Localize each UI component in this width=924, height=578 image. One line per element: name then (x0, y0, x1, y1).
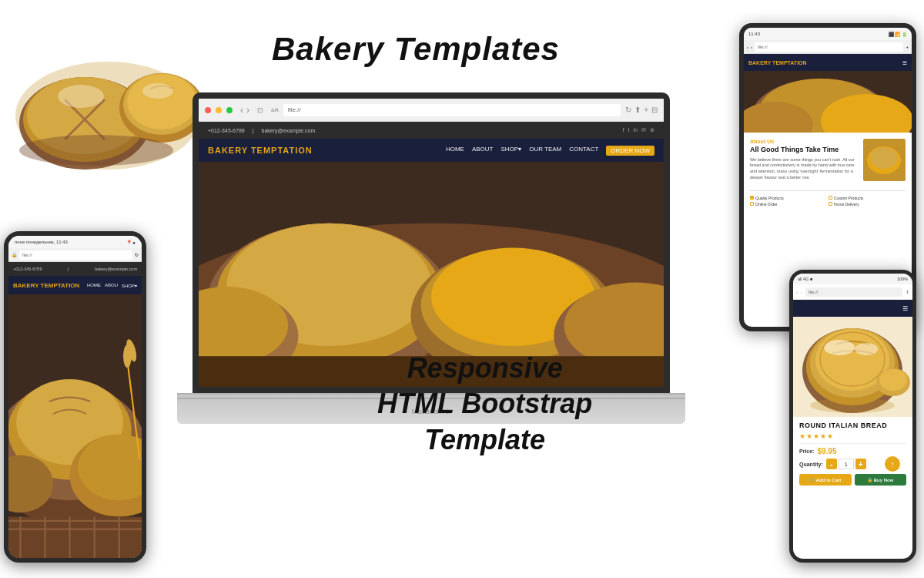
phone-left-phone: +012-345-6789 (13, 267, 42, 271)
social-ig[interactable]: ✉ (641, 127, 646, 133)
phone-left-url[interactable]: file:// (19, 250, 132, 260)
svg-point-10 (142, 83, 173, 99)
pr-product-name: ROUND ITALIAN BREAD (799, 422, 906, 429)
pr-top-nav: ≡ (793, 300, 912, 317)
phone-left-email: bakery@example.com (95, 267, 137, 271)
tablet-back[interactable]: ‹ (747, 45, 748, 49)
phone-left-navbar: BAKERY TEMPTATION HOME ABOU SHOP▾ (8, 276, 142, 294)
social-fb[interactable]: f (623, 127, 624, 133)
reload-icon[interactable]: ↻ (625, 106, 631, 114)
mac-forward[interactable]: › (246, 105, 249, 116)
buy-now-button[interactable]: 🔒 Buy Now (855, 474, 907, 486)
social-tw[interactable]: t (628, 127, 630, 133)
mac-toolbar-icons: ↻ ⬆ + ⊟ (625, 106, 658, 114)
bakery-brand[interactable]: BAKERY TEMPTATION (208, 146, 313, 155)
mac-url-bar[interactable]: file:// (283, 104, 621, 116)
nav-contact[interactable]: CONTACT (569, 146, 598, 156)
pr-url-text: file:// (808, 290, 819, 294)
phone-left-time: поне понедельник, 11:43 (15, 240, 68, 244)
pr-nav-share[interactable]: ⬆ (906, 289, 909, 294)
tablet-url-text: file:// (758, 45, 768, 49)
svg-rect-48 (8, 517, 142, 558)
phone-nav-about[interactable]: ABOU (105, 283, 118, 288)
check-icon-2 (829, 196, 832, 200)
tablet-status-bar: 11:43 ⬛ 📶 🔋 (744, 28, 912, 40)
scroll-up-button[interactable]: ↑ (885, 456, 900, 472)
sub-title-line1: Responsive (377, 351, 592, 387)
pr-price-value: $9.95 (817, 447, 836, 455)
sub-title: Responsive HTML Bootstrap Template (377, 351, 592, 459)
bakery-navbar: BAKERY TEMPTATION HOME ABOUT SHOP▾ OUR T… (199, 139, 664, 162)
mac-back[interactable]: ‹ (240, 105, 243, 116)
mac-close-btn[interactable] (205, 107, 211, 113)
share-icon[interactable]: ⬆ (634, 106, 641, 114)
tablet-hamburger-icon[interactable]: ≡ (902, 59, 907, 67)
nav-home[interactable]: HOME (446, 146, 464, 156)
quantity-increase-button[interactable]: + (855, 459, 866, 469)
svg-point-9 (58, 85, 104, 108)
mac-nav: ‹ › (240, 105, 249, 116)
phone-left-brand[interactable]: BAKERY TEMPTATION (13, 282, 79, 289)
tablet-hero (744, 71, 912, 133)
topbar-contact: +012-345-6789 | bakery@example.com (208, 128, 315, 133)
svg-point-36 (870, 147, 898, 169)
pr-product-content: ROUND ITALIAN BREAD ★★★★★ Price: $9.95 Q… (793, 417, 912, 559)
svg-point-11 (19, 135, 173, 166)
quantity-decrease-button[interactable]: - (826, 459, 837, 469)
tablet-forward[interactable]: › (751, 45, 752, 49)
check-custom: Custom Products (829, 196, 906, 200)
pr-qty-controls: - + (826, 459, 866, 469)
pr-hamburger-icon[interactable]: ≡ (902, 303, 908, 314)
phone-left-nav: HOME ABOU SHOP▾ (87, 283, 137, 288)
phone-topbar-sep: | (68, 267, 69, 271)
tablet-brand[interactable]: BAKERY TEMPTATION (748, 60, 807, 66)
mac-minimize-btn[interactable] (216, 107, 222, 113)
pr-url-bar[interactable]: file:// (805, 287, 902, 297)
topbar-email: bakery@example.com (262, 128, 316, 133)
bakery-nav-links: HOME ABOUT SHOP▾ OUR TEAM CONTACT ORDER … (446, 146, 654, 156)
phone-nav-shop[interactable]: SHOP▾ (122, 283, 137, 288)
tablet-about-image (863, 139, 906, 181)
svg-point-62 (855, 343, 878, 355)
pr-price-label: Price: (799, 449, 814, 454)
phone-left-lock: 🔒 (12, 252, 17, 257)
main-title-text: Bakery Templates (272, 31, 560, 67)
topbar-divider: | (253, 128, 254, 133)
add-to-cart-button[interactable]: 🛒 Add to Cart (799, 474, 852, 486)
social-yt[interactable]: ⊕ (650, 127, 654, 133)
pr-nav-forward[interactable]: › (801, 290, 802, 294)
svg-point-61 (824, 340, 855, 355)
check-label-4: Home Delivery (834, 202, 859, 207)
main-title: Bakery Templates (216, 31, 616, 68)
mac-tab-icon: ⊡ (254, 106, 266, 114)
nav-order[interactable]: ORDER NOW (606, 146, 654, 156)
add-tab-icon[interactable]: + (644, 106, 648, 114)
phone-left-reload[interactable]: ↻ (135, 252, 139, 257)
topbar-social: f t in ✉ ⊕ (623, 127, 654, 133)
pr-product-image (793, 317, 912, 417)
sidebar-icon[interactable]: ⊟ (651, 106, 658, 114)
pr-qty-label: Quantity: (799, 462, 823, 467)
phone-left-icons: 📍 ● (126, 240, 136, 245)
pr-content-divider (799, 443, 906, 444)
tablet-reload[interactable]: + (906, 45, 909, 49)
nav-team[interactable]: OUR TEAM (529, 146, 561, 156)
tablet-url-bar[interactable]: file:// (755, 42, 903, 52)
svg-point-66 (879, 369, 907, 391)
nav-about[interactable]: ABOUT (472, 146, 494, 156)
pr-product-stars: ★★★★★ (799, 432, 906, 440)
phone-nav-home[interactable]: HOME (87, 283, 101, 288)
phone-left-hero (8, 294, 142, 558)
pr-nav-back[interactable]: ‹ (796, 290, 798, 294)
check-icon-1: ✓ (750, 196, 754, 200)
pr-action-buttons: 🛒 Add to Cart 🔒 Buy Now (799, 474, 906, 486)
pr-status-bar: all 4G ■ 100% (793, 274, 912, 284)
nav-shop[interactable]: SHOP▾ (501, 146, 522, 156)
quantity-input[interactable] (839, 459, 854, 469)
check-quality: ✓ Quality Products (750, 196, 827, 200)
mac-maximize-btn[interactable] (226, 107, 233, 113)
check-online: Online Order (750, 202, 827, 207)
check-label-2: Custom Products (834, 196, 863, 200)
phone-left-topbar: +012-345-6789 | bakery@example.com (8, 262, 142, 276)
social-li[interactable]: in (634, 127, 638, 133)
